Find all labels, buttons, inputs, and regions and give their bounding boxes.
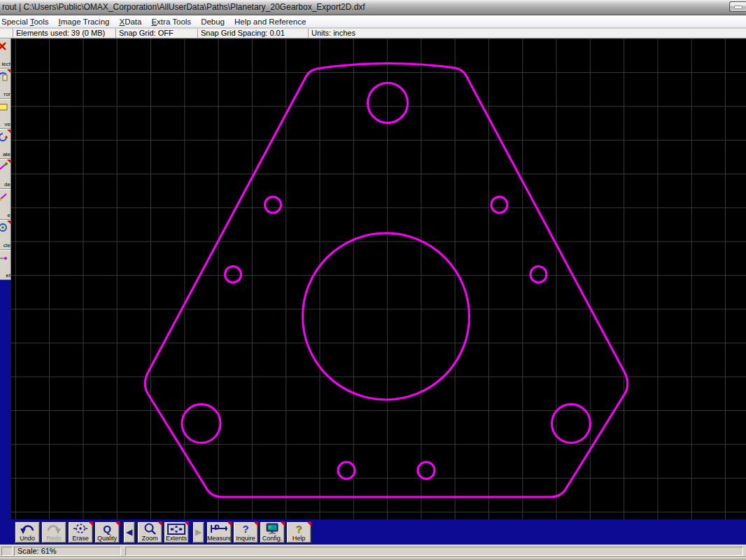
small-hole-upper-left [265, 197, 281, 213]
tool-label: ror [3, 91, 10, 97]
dropdown-corner-icon [280, 522, 285, 526]
help-glyph: ? [295, 524, 302, 535]
tool-label: e [8, 212, 10, 218]
status-spacer-panel [1, 547, 13, 556]
inquire-label: Inquire [234, 535, 258, 542]
part-geometry [145, 64, 628, 498]
undo-button[interactable]: Undo [15, 522, 40, 543]
menu-label-part: Data [125, 18, 141, 26]
dropdown-corner-icon [7, 130, 10, 133]
menu-special-tools[interactable]: Special Tools [0, 17, 54, 27]
offset-icon [0, 253, 10, 265]
line-icon [0, 192, 10, 204]
dropdown-corner-icon [307, 522, 311, 526]
menu-bar: Special Tools Image Tracing XData Extra … [0, 15, 746, 28]
tool-rotate-button[interactable]: ate [0, 129, 10, 159]
measure-label: Measure [207, 535, 231, 542]
dropdown-corner-icon [7, 69, 10, 73]
rotate-icon [0, 132, 10, 144]
tool-label: ate [3, 151, 10, 158]
status-spacer [0, 29, 13, 38]
scroll-right-button[interactable]: ▶ [192, 522, 204, 543]
inquire-glyph: ? [242, 524, 248, 535]
menu-xdata[interactable]: XData [114, 17, 146, 27]
status-units: Units: inches [308, 29, 746, 38]
scroll-left-button[interactable]: ◀ [123, 522, 135, 543]
window-title: rout | C:\Users\Public\OMAX_Corporation\… [2, 0, 365, 15]
status-snap-grid: Snap Grid: OFF [115, 29, 197, 38]
tool-move-button[interactable]: ve [0, 99, 10, 129]
dropdown-corner-icon [7, 160, 10, 163]
undo-icon [15, 523, 39, 536]
tool-label: de [4, 181, 10, 188]
status-row: Elements used: 39 (0 MB) Snap Grid: OFF … [0, 28, 746, 38]
quality-glyph: Q [103, 524, 111, 535]
divide-icon [0, 162, 10, 174]
menu-label-accel: E [151, 18, 157, 26]
extents-label: Extents [164, 535, 188, 542]
menu-debug[interactable]: Debug [196, 17, 230, 27]
measure-button[interactable]: Measure [206, 522, 232, 543]
window-bottom-frame [0, 556, 746, 560]
drawing-canvas[interactable] [11, 38, 746, 519]
tool-label: ve [5, 121, 10, 127]
redo-icon [42, 523, 66, 536]
menu-extra-tools[interactable]: Extra Tools [146, 17, 196, 27]
redo-button[interactable]: Redo [41, 522, 66, 543]
tool-circle-button[interactable]: cle [0, 220, 10, 250]
small-hole-bottom-left [338, 462, 355, 479]
quality-button[interactable]: Q Quality [94, 522, 120, 543]
select-icon [0, 41, 10, 54]
arrow-left-icon: ◀ [126, 528, 132, 536]
erase-button[interactable]: Erase [68, 522, 93, 543]
undo-label: Undo [15, 535, 39, 542]
small-hole-bottom-right [418, 462, 435, 479]
tool-select-button[interactable]: lect [0, 38, 10, 69]
tool-label: cle [3, 242, 10, 248]
arrow-right-icon: ▶ [195, 528, 202, 536]
menu-label-accel: X [119, 18, 125, 26]
menu-image-tracing[interactable]: Image Tracing [54, 17, 115, 27]
tool-offset-button[interactable]: et [0, 250, 10, 280]
redo-label: Redo [42, 535, 66, 542]
minimize-button[interactable] [729, 1, 746, 12]
move-icon [0, 102, 10, 114]
config-label: Config. [260, 535, 284, 542]
tool-label: lect [2, 61, 10, 67]
inquire-button[interactable]: ? Inquire [233, 522, 258, 543]
dropdown-corner-icon [115, 522, 120, 526]
extents-button[interactable]: Extents [164, 522, 189, 543]
left-panel-filler [0, 280, 11, 519]
left-toolbar: lect ror ve ate de e [0, 38, 11, 280]
dropdown-corner-icon [184, 522, 189, 526]
small-hole-mid-right [530, 267, 547, 283]
center-bore [303, 233, 470, 400]
mirror-icon [0, 71, 10, 84]
bottom-status-bar: Scale: 61% [0, 545, 746, 556]
tool-divide-button[interactable]: de [0, 159, 10, 189]
dropdown-corner-icon [157, 522, 162, 526]
small-hole-upper-right [491, 197, 507, 213]
minimize-icon [734, 6, 743, 9]
help-button[interactable]: ? Help [286, 522, 311, 543]
tool-line-button[interactable]: e [0, 189, 10, 219]
menu-label-part: Special [1, 18, 30, 26]
tool-label: et [6, 272, 10, 279]
zoom-button[interactable]: Zoom [137, 522, 162, 543]
bottom-toolbar: Undo Redo Erase Q Quality ◀ Zoom Ext [0, 519, 746, 545]
config-button[interactable]: Config. [260, 522, 285, 543]
hole-bottom-right [552, 405, 591, 443]
title-bar: rout | C:\Users\Public\OMAX_Corporation\… [0, 0, 746, 15]
help-label: Help [287, 535, 311, 542]
menu-label-part: xtra Tools [157, 18, 191, 26]
menu-help-and-reference[interactable]: Help and Reference [230, 17, 311, 27]
circle-icon [0, 223, 10, 235]
status-elements-used: Elements used: 39 (0 MB) [13, 29, 115, 38]
status-message-panel [125, 547, 743, 556]
small-hole-mid-left [225, 267, 241, 283]
tool-mirror-button[interactable]: ror [0, 69, 10, 99]
dxf-drawing [11, 38, 746, 519]
status-snap-grid-spacing: Snap Grid Spacing: 0.01 [197, 29, 308, 38]
dropdown-corner-icon [7, 220, 10, 224]
dropdown-corner-icon [227, 522, 232, 526]
